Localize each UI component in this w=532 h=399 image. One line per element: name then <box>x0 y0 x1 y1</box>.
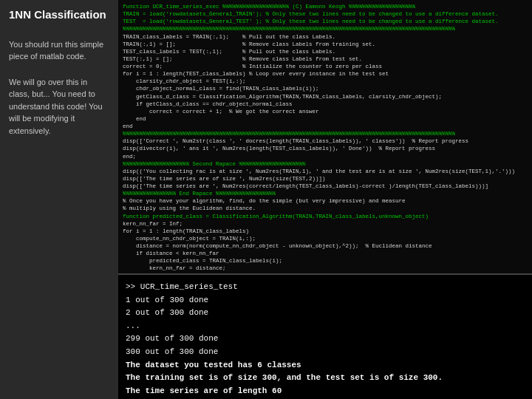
code-line: correct = 0; % Initialize the counter to… <box>123 63 528 70</box>
code-line: function UCR_time_series_exec %%%%%%%%%%… <box>123 3 528 10</box>
code-line: correct = correct + 1; % We got the corr… <box>123 108 528 115</box>
page-title: 1NN Classification <box>9 7 109 22</box>
code-line: %%%%%%%%%%%%%%%%%%%%%%%%%%%%%%%%%%%%%%%%… <box>123 25 528 33</box>
code-line: end <box>123 123 528 130</box>
code-line: disp(['The time series are of size ', Nu… <box>123 175 528 183</box>
code-line: TEST = load('rowdatasets_General_TEST' )… <box>123 18 528 25</box>
code-line: getClass_d_class = Classification_Algori… <box>123 93 528 100</box>
terminal-line: The dataset you tested has 6 classes <box>126 359 525 372</box>
code-line: predicted_class = TRAIN_class_labels(i); <box>123 257 528 265</box>
code-line: disp(['The time series are ', Num2res(co… <box>123 183 528 190</box>
code-line: TEST_class_labels = TEST(:,1); % Pull ou… <box>123 48 528 55</box>
terminal-line: 300 out of 300 done <box>126 346 525 359</box>
terminal-line: 2 out of 300 done <box>126 307 525 320</box>
code-line: if distance < kern_nn_far <box>123 250 528 257</box>
code-line: disp(['Correct ', Num2str(class ', ' doc… <box>123 137 528 145</box>
code-line: TRAIN = load('rowdatasets_General_TRAIN'… <box>123 10 528 18</box>
code-line: %%%%%%%%%%%%%%%%%%%% Second Rapace %%%%%… <box>123 160 528 168</box>
code-line: clarsity_chdr_object = TEST(i,:); <box>123 78 528 85</box>
code-line: TRAIN_class_labels = TRAIN(:,1); % Pull … <box>123 33 528 41</box>
right-panel: function UCR_time_series_exec %%%%%%%%%%… <box>118 0 532 399</box>
code-area: function UCR_time_series_exec %%%%%%%%%%… <box>118 0 532 273</box>
terminal-line: 1 out of 300 done <box>126 294 525 307</box>
terminal-line: 299 out of 300 done <box>126 332 525 346</box>
code-line: distance = norm(norm(compute_nn_chdr_obj… <box>123 242 528 250</box>
code-line: kern_nn_far = Inf; <box>123 220 528 228</box>
code-line: end <box>123 115 528 123</box>
code-line: TRAIN(:,1) = []; % Remove class Labels f… <box>123 41 528 48</box>
terminal-area: >> UCR_time_series_test1 out of 300 done… <box>118 273 532 399</box>
terminal-line: ... <box>126 320 525 333</box>
code-line: kern_nn_far = distance; <box>123 265 528 272</box>
description-block-2: We will go over this in class, but... Yo… <box>9 76 109 137</box>
code-line: if getClass_d_class == chdr_object_norma… <box>123 100 528 108</box>
code-line: %%%%%%%%%%%%%%%% End Rapace %%%%%%%%%%%%… <box>123 190 528 197</box>
code-line: TEST(:,1) = []; % Remove class Labels fr… <box>123 55 528 63</box>
code-line: disp(divector(i), ' ans it ', Num2res(le… <box>123 145 528 152</box>
terminal-line: The time series are of length 60 <box>126 385 525 398</box>
terminal-line: The training set is of size 300, and the… <box>126 372 525 385</box>
left-panel: 1NN Classification You should run this s… <box>0 0 118 399</box>
code-line: chdr_object_normal_class = find(TRAIN_cl… <box>123 85 528 92</box>
code-line: for i = 1 : length(TRAIN_class_labels) <box>123 228 528 235</box>
description-block-1: You should run this simple piece of matl… <box>9 38 109 63</box>
terminal-line: >> UCR_time_series_test <box>126 281 525 294</box>
code-line: %%%%%%%%%%%%%%%%%%%%%%%%%%%%%%%%%%%%%%%%… <box>123 130 528 137</box>
code-line: disp(('You collecting rac is at size ', … <box>123 168 528 175</box>
code-line: % multiply using the Euclidean distance. <box>123 205 528 212</box>
code-line: % Once you have your algorithm, find, do… <box>123 197 528 205</box>
code-line: compute_nn_chdr_object = TRAIN(i,:); <box>123 235 528 242</box>
code-line: function predicted_class = Classificatio… <box>123 213 528 220</box>
code-line: for i = 1 : length(TEST_class_labels) % … <box>123 70 528 78</box>
code-line: end; <box>123 153 528 160</box>
